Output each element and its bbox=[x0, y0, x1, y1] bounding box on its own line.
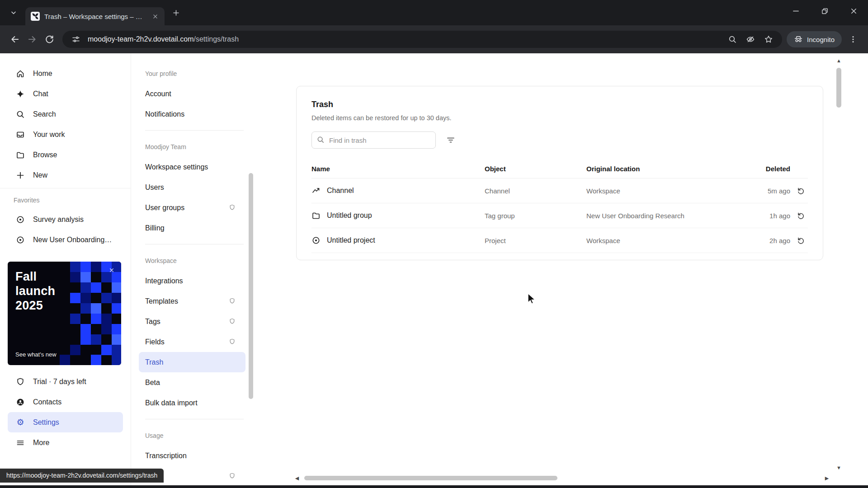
tab-search-button[interactable] bbox=[5, 5, 22, 21]
restore-button[interactable] bbox=[793, 183, 808, 198]
row-location: Workspace bbox=[586, 187, 764, 195]
column-header-location: Original location bbox=[586, 165, 764, 173]
incognito-badge: Incognito bbox=[787, 31, 842, 47]
scroll-down-icon[interactable]: ▼ bbox=[835, 464, 843, 471]
sidebar-item-more[interactable]: More bbox=[8, 432, 123, 453]
settings-nav-divider bbox=[145, 244, 244, 244]
sidebar-item-search[interactable]: Search bbox=[8, 104, 123, 124]
settings-nav-item-integrations[interactable]: Integrations bbox=[139, 271, 245, 291]
row-name: Untitled project bbox=[327, 236, 375, 244]
horizontal-scroll-track[interactable] bbox=[301, 474, 823, 482]
browser-menu-button[interactable] bbox=[844, 31, 862, 48]
tab-close-icon[interactable] bbox=[150, 11, 160, 21]
sidebar-item-settings[interactable]: ⚙ Settings bbox=[8, 412, 123, 432]
settings-nav-item-billing[interactable]: Billing bbox=[139, 218, 245, 238]
promo-close-icon[interactable] bbox=[107, 265, 117, 275]
favorite-item-survey-analysis[interactable]: Survey analysis bbox=[8, 209, 123, 230]
gear-icon: ⚙ bbox=[15, 418, 25, 427]
settings-nav-item-beta[interactable]: Beta bbox=[139, 372, 245, 393]
sidebar-item-label: More bbox=[33, 439, 49, 447]
restore-button[interactable] bbox=[793, 208, 808, 223]
row-location: Workspace bbox=[586, 237, 764, 244]
scroll-up-icon[interactable]: ▲ bbox=[835, 57, 843, 64]
table-row-untitled-project[interactable]: Untitled project Project Workspace 2h ag… bbox=[311, 228, 808, 253]
nav-item-label: Integrations bbox=[145, 277, 183, 285]
url-domain: moodjoy-team-2h2v.dovetail.com bbox=[88, 35, 193, 43]
reload-button[interactable] bbox=[41, 31, 58, 48]
sidebar-item-new[interactable]: New bbox=[8, 165, 123, 185]
search-box bbox=[311, 131, 436, 149]
settings-nav-item-bulk-data-import[interactable]: Bulk data import bbox=[139, 393, 245, 413]
sidebar-item-chat[interactable]: Chat bbox=[8, 84, 123, 104]
sidebar-item-label: Settings bbox=[33, 418, 59, 427]
settings-nav-item-notifications[interactable]: Notifications bbox=[139, 104, 245, 124]
promo-link[interactable]: See what's new bbox=[15, 351, 57, 358]
url-text: moodjoy-team-2h2v.dovetail.com/settings/… bbox=[88, 35, 721, 43]
sidebar-item-browse[interactable]: Browse bbox=[8, 145, 123, 165]
settings-nav-item-trash[interactable]: Trash bbox=[139, 352, 245, 372]
dovetail-favicon bbox=[31, 12, 40, 21]
settings-section-heading: Your profile bbox=[131, 63, 255, 84]
settings-nav-item-workspace-settings[interactable]: Workspace settings bbox=[139, 157, 245, 177]
restore-button[interactable] bbox=[793, 233, 808, 248]
vertical-scrollbar[interactable]: ▲ ▼ bbox=[835, 57, 843, 471]
sidebar-footer: Trial · 7 days left Contacts ⚙ Settings … bbox=[0, 371, 131, 453]
back-button[interactable] bbox=[6, 31, 24, 48]
folder-icon bbox=[311, 211, 321, 220]
row-location: New User Onboarding Research bbox=[586, 212, 764, 220]
new-tab-button[interactable] bbox=[168, 5, 184, 20]
nav-item-label: Billing bbox=[145, 224, 165, 232]
filter-button[interactable] bbox=[443, 132, 458, 148]
settings-nav-item-users[interactable]: Users bbox=[139, 177, 245, 197]
row-name: Channel bbox=[327, 187, 354, 195]
settings-nav-item-user-groups[interactable]: User groups bbox=[139, 197, 245, 218]
chevron-down-icon bbox=[10, 9, 17, 16]
settings-nav-item-templates[interactable]: Templates bbox=[139, 291, 245, 311]
column-header-object: Object bbox=[485, 165, 586, 173]
settings-nav-item-account[interactable]: Account bbox=[139, 84, 245, 104]
browser-toolbar: moodjoy-team-2h2v.dovetail.com/settings/… bbox=[0, 25, 868, 53]
eye-off-icon[interactable] bbox=[744, 33, 757, 46]
browser-tab[interactable]: Trash – Workspace settings – Dovetail bbox=[25, 7, 165, 25]
table-row-untitled-group[interactable]: Untitled group Tag group New User Onboar… bbox=[311, 203, 808, 228]
nav-item-label: Notifications bbox=[145, 110, 184, 118]
vertical-scroll-track[interactable] bbox=[835, 64, 843, 464]
minimize-button[interactable] bbox=[781, 0, 810, 22]
horizontal-scrollbar[interactable]: ◀ ▶ bbox=[293, 474, 830, 482]
table-row-channel[interactable]: Channel Channel Workspace 5m ago bbox=[311, 178, 808, 203]
home-icon bbox=[15, 69, 25, 78]
bookmark-star-icon[interactable] bbox=[762, 33, 775, 46]
nav-item-label: Workspace settings bbox=[145, 163, 208, 171]
sidebar-item-trial[interactable]: Trial · 7 days left bbox=[8, 371, 123, 392]
address-bar[interactable]: moodjoy-team-2h2v.dovetail.com/settings/… bbox=[62, 31, 782, 48]
settings-nav-item-fields[interactable]: Fields bbox=[139, 332, 245, 352]
close-button[interactable] bbox=[839, 0, 868, 22]
search-input[interactable] bbox=[311, 131, 436, 149]
scroll-left-icon[interactable]: ◀ bbox=[293, 474, 301, 482]
scroll-right-icon[interactable]: ▶ bbox=[823, 474, 830, 482]
settings-nav-item-tags[interactable]: Tags bbox=[139, 311, 245, 332]
nav-item-label: Trash bbox=[145, 358, 163, 366]
plan-badge-icon bbox=[229, 338, 236, 345]
channel-icon bbox=[311, 186, 321, 195]
vertical-scroll-thumb[interactable] bbox=[836, 68, 841, 108]
sidebar-item-your-work[interactable]: Your work bbox=[8, 124, 123, 145]
settings-nav-item-transcription[interactable]: Transcription bbox=[139, 446, 245, 466]
sidebar-item-home[interactable]: Home bbox=[8, 63, 123, 84]
tab-title: Trash – Workspace settings – Dovetail bbox=[44, 13, 146, 20]
forward-button[interactable] bbox=[24, 31, 41, 48]
app-sidebar: Home Chat Search Your work Browse New bbox=[0, 53, 131, 485]
search-icon bbox=[316, 136, 325, 144]
search-row bbox=[311, 131, 808, 149]
horizontal-scroll-thumb[interactable] bbox=[304, 476, 557, 480]
site-info-icon[interactable] bbox=[70, 33, 82, 46]
project-icon bbox=[15, 235, 25, 244]
favorite-item-new-user-onboarding[interactable]: New User Onboarding Research bbox=[8, 230, 123, 250]
sidebar-item-contacts[interactable]: Contacts bbox=[8, 392, 123, 412]
sidebar-item-label: Home bbox=[33, 70, 52, 78]
settings-nav-scrollbar[interactable] bbox=[249, 173, 253, 399]
row-object: Channel bbox=[485, 187, 586, 195]
restore-button[interactable] bbox=[810, 0, 839, 22]
main-panel: Trash Deleted items can be restored for … bbox=[255, 53, 868, 485]
zoom-icon[interactable] bbox=[726, 33, 739, 46]
